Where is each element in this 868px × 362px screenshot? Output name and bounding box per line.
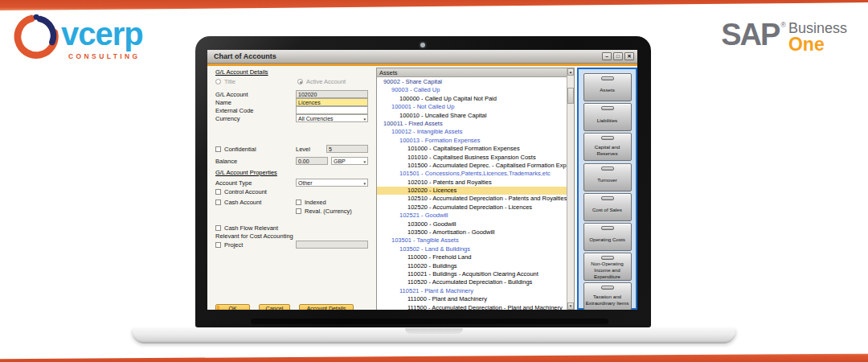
balance-currency-dropdown[interactable]: GBP ▼ <box>331 157 368 165</box>
drawer-label: Assets <box>584 80 631 101</box>
project-field[interactable] <box>296 241 368 249</box>
drawer-button[interactable]: Taxation and Extraordinary Items <box>583 282 632 310</box>
tree-row[interactable]: 103500 - Amortisation - Goodwill <box>377 228 567 237</box>
tree-row[interactable]: 110520 - Accumulated Depreciation - Buil… <box>377 278 567 286</box>
tree-row[interactable]: 100010 - Uncalled Share Capital <box>377 112 567 120</box>
tree-row[interactable]: 103501 - Tangible Assets <box>377 237 567 245</box>
tree-row[interactable]: 90003 - Called Up <box>377 86 567 94</box>
window-body: G/L Account Details Title Active Account… <box>207 66 637 310</box>
registered-mark: ® <box>780 21 786 29</box>
tree-row[interactable]: 101000 - Capitalised Formation Expenses <box>377 145 567 153</box>
title-radio-label: Title <box>224 78 235 85</box>
external-code-field[interactable] <box>296 106 368 114</box>
sap-one-text: One <box>788 35 847 53</box>
cancel-button[interactable]: Cancel <box>259 304 290 310</box>
drawer-label: Operating Costs <box>584 230 631 250</box>
active-account-radio[interactable] <box>297 79 303 84</box>
window-title: Chart of Accounts <box>207 52 602 60</box>
cash-flow-relevant-checkbox[interactable] <box>215 225 221 231</box>
drawer-button[interactable]: Assets <box>583 73 632 101</box>
cash-flow-relevant-label: Cash Flow Relevant <box>224 224 278 232</box>
currency-dropdown[interactable]: All Currencies ▼ <box>296 114 368 122</box>
tree-row[interactable]: 110020 - Buildings <box>377 262 567 270</box>
tree-row[interactable]: 102510 - Accumulated Depreciation - Pate… <box>377 195 567 203</box>
currency-label: Currency <box>215 115 240 122</box>
tree-row[interactable]: 101501 - Concessions,Patents,Licences,Tr… <box>377 170 567 178</box>
tree-row[interactable]: 110000 - Freehold Land <box>377 253 567 261</box>
tree-rows: 90002 - Share Capital90003 - Called Up10… <box>377 78 567 310</box>
tree-row[interactable]: 100012 - Intangible Assets <box>377 128 567 136</box>
vcerp-brand-subtitle: CONSULTING <box>68 52 143 60</box>
tree-row[interactable]: 111000 - Plant and Machinery <box>377 295 567 303</box>
tree-row[interactable]: 90002 - Share Capital <box>377 78 567 86</box>
scroll-thumb[interactable] <box>567 88 574 104</box>
drawer-label: Turnover <box>584 171 631 191</box>
tree-row[interactable]: 111500 - Accumulated Depreciation - Plan… <box>377 304 567 310</box>
cash-account-checkbox[interactable] <box>215 200 221 205</box>
control-account-checkbox[interactable] <box>215 189 221 195</box>
dropdown-arrow-icon: ▼ <box>363 159 366 165</box>
tree-row[interactable]: 101500 - Accumulated Deprec. - Capitalis… <box>377 162 567 170</box>
level-label: Level <box>296 146 310 153</box>
active-account-radio-label: Active Account <box>306 78 346 85</box>
ok-button[interactable]: OK <box>215 304 250 310</box>
account-type-value: Other <box>298 180 313 186</box>
balance-field[interactable]: 0.00 <box>296 157 328 165</box>
balance-currency-value: GBP <box>334 158 346 164</box>
vcerp-swirl-icon <box>12 13 59 60</box>
tree-row[interactable]: 102521 - Goodwill <box>377 212 567 220</box>
tree-row[interactable]: 103000 - Goodwill <box>377 220 567 228</box>
level-field[interactable]: 5 <box>326 145 368 153</box>
top-banner <box>0 0 868 10</box>
account-details-button[interactable]: Account Details <box>299 304 354 310</box>
scroll-down-icon[interactable]: ▼ <box>567 302 574 310</box>
tree-row[interactable]: 102010 - Patents and Royalties <box>377 179 567 187</box>
drawer-button[interactable]: Capital and Reserves <box>583 133 632 161</box>
tree-scrollbar[interactable]: ▲ ▼ <box>567 68 574 310</box>
title-radio[interactable] <box>215 79 221 84</box>
cash-account-label: Cash Account <box>224 199 261 206</box>
drawer-button[interactable]: Cost of Sales <box>583 193 632 221</box>
tree-row[interactable]: 110021 - Buildings - Acquisition Clearin… <box>377 270 567 278</box>
account-type-dropdown[interactable]: Other ▼ <box>296 179 368 187</box>
tree-row[interactable]: 100000 - Called Up Capital Not Paid <box>377 95 567 103</box>
tree-row[interactable]: 103502 - Land & Buildings <box>377 245 567 253</box>
project-checkbox[interactable] <box>215 242 221 248</box>
scroll-up-icon[interactable]: ▲ <box>567 68 574 76</box>
name-field[interactable]: Licences <box>296 98 368 106</box>
tree-row[interactable]: 102020 - Licences <box>377 187 567 195</box>
tree-row[interactable]: 100011 - Fixed Assets <box>377 120 567 128</box>
bottom-banner <box>0 352 868 362</box>
tree-row[interactable]: 100001 - Not Called Up <box>377 103 567 111</box>
section-gl-account-properties: G/L Account Properties <box>215 169 277 176</box>
drawer-label: Taxation and Extraordinary Items <box>584 290 631 310</box>
currency-value: All Currencies <box>298 116 334 121</box>
account-drawers-panel: Assets Liabilities Capital and Reserves … <box>577 68 637 310</box>
project-label: Project <box>224 241 243 249</box>
maximize-button[interactable]: □ <box>613 52 623 60</box>
reval-currency-checkbox[interactable] <box>296 208 301 214</box>
drawer-label: Non-Operating Income and Expenditure <box>584 260 631 280</box>
minimize-button[interactable]: – <box>602 52 612 60</box>
control-account-label: Control Account <box>224 188 267 195</box>
close-button[interactable]: ✕ <box>624 52 634 60</box>
drawer-button[interactable]: Turnover <box>583 163 632 191</box>
relevant-cost-accounting-label: Relevant for Cost Accounting <box>215 232 293 240</box>
tree-row[interactable]: 110521 - Plant & Machinery <box>377 287 567 295</box>
drawer-button[interactable]: Non-Operating Income and Expenditure <box>583 253 632 281</box>
accounts-tree-panel: Assets 90002 - Share Capital90003 - Call… <box>376 68 575 310</box>
vcerp-logo: vcerp CONSULTING <box>12 13 143 60</box>
tree-row[interactable]: 100013 - Formation Expenses <box>377 137 567 145</box>
drawer-button[interactable]: Liabilities <box>583 103 632 131</box>
tree-row[interactable]: 101010 - Capitalised Business Expansion … <box>377 154 567 162</box>
confidential-checkbox[interactable] <box>215 146 221 152</box>
indexed-label: Indexed <box>305 199 326 206</box>
indexed-checkbox[interactable] <box>296 200 301 205</box>
gl-account-label: G/L Account <box>215 91 248 98</box>
external-code-label: External Code <box>215 107 254 114</box>
drawer-button[interactable]: Operating Costs <box>583 223 632 251</box>
sap-business-one-logo: SAP ® Business One <box>721 20 847 53</box>
gl-account-field[interactable]: 102020 <box>296 90 368 98</box>
tree-header-assets: Assets <box>377 68 567 77</box>
tree-row[interactable]: 102520 - Accumulated Depreciation - Lice… <box>377 204 567 212</box>
